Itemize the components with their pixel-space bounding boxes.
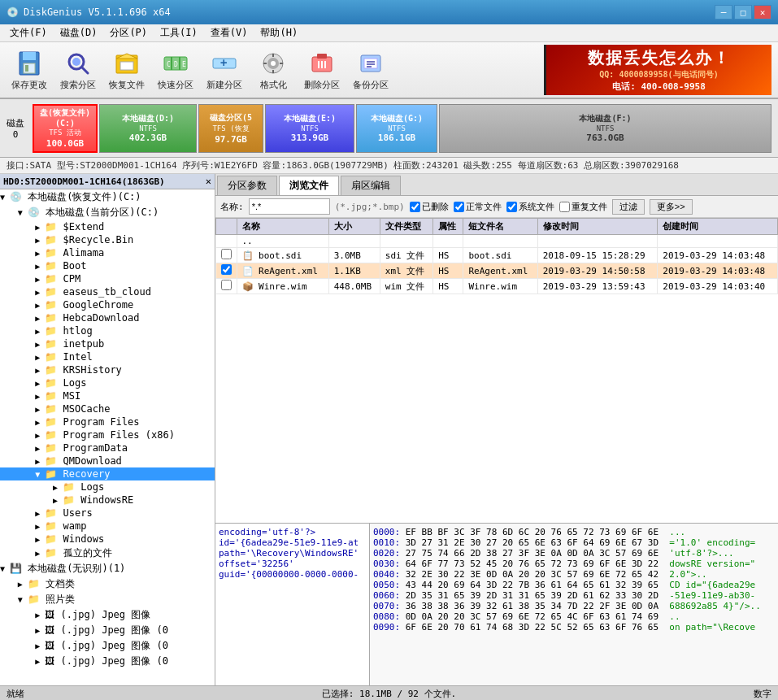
quick-partition-icon: CDE	[161, 50, 190, 78]
tree-item[interactable]: ▶📁 HebcaDownload	[0, 311, 215, 324]
tree-item[interactable]: ▶📁 KRSHistory	[0, 363, 215, 376]
quick-partition-button[interactable]: CDE 快速分区	[153, 46, 198, 94]
table-row[interactable]: ..	[216, 235, 778, 248]
tree-item[interactable]: ▶🖼 (.jpg) Jpeg 图像 (0	[0, 654, 215, 669]
tree-item[interactable]: ▶📁 inetpub	[0, 337, 215, 350]
col-size[interactable]: 大小	[328, 219, 380, 235]
tree-item[interactable]: ▶📁 Intel	[0, 350, 215, 363]
col-modified[interactable]: 修改时间	[537, 219, 658, 235]
partition-d-button[interactable]: 本地磁盘(D:) NTFS 402.3GB	[99, 104, 197, 153]
svg-rect-3	[25, 65, 28, 72]
menu-tools[interactable]: 工具(I)	[154, 24, 204, 41]
save-button[interactable]: 保存更改	[7, 46, 52, 94]
tree-item[interactable]: ▼💾 本地磁盘(无识别)(1)	[0, 561, 215, 576]
tree-item[interactable]: ▼💿 本地磁盘(当前分区)(C:)	[0, 205, 215, 220]
partition-c-button[interactable]: 盘(恢复文件)(C:) TFS 活动 100.0GB	[33, 104, 98, 153]
tab-sector-edit[interactable]: 扇区编辑	[341, 176, 401, 195]
menu-help[interactable]: 帮助(H)	[254, 24, 304, 41]
tab-partition-params[interactable]: 分区参数	[217, 176, 277, 195]
tree-item[interactable]: ▶📁 $Extend	[0, 220, 215, 233]
tree-item[interactable]: ▶📁 MSOCache	[0, 402, 215, 415]
backup-partition-button[interactable]: 备份分区	[348, 46, 393, 94]
tree-item[interactable]: ▶📁 Logs	[0, 480, 215, 493]
tree-item[interactable]: ▶📁 Users	[0, 507, 215, 520]
tree-item[interactable]: ▶🖼 (.jpg) Jpeg 图像 (0	[0, 623, 215, 638]
tree-item[interactable]: ▶📁 wamp	[0, 520, 215, 533]
tree-item[interactable]: ▶📁 MSI	[0, 389, 215, 402]
menu-disk[interactable]: 磁盘(D)	[54, 24, 104, 41]
tree-item[interactable]: ▶📁 Logs	[0, 376, 215, 389]
col-attr[interactable]: 属性	[433, 219, 463, 235]
window-title: DiskGenius V5.1.1.696 x64	[24, 7, 715, 18]
tree-item[interactable]: ▶📁 ProgramData	[0, 441, 215, 454]
tree-item[interactable]: ▼💿 本地磁盘(恢复文件)(C:)	[0, 189, 215, 205]
advert-qq: QQ: 4000089958(与电话同号)	[599, 69, 718, 80]
file-created: 2019-03-29 14:03:40	[658, 279, 778, 294]
hex-ascii: on path="\Recove	[669, 622, 755, 633]
recover-file-button[interactable]: 恢复文件	[104, 46, 150, 94]
partition-f-button[interactable]: 本地磁盘(F:) NTFS 763.0GB	[439, 104, 771, 153]
tree-close-button[interactable]: ✕	[206, 176, 211, 187]
filter-name-input[interactable]	[249, 198, 330, 215]
col-name[interactable]: 名称	[237, 219, 328, 235]
tree-item[interactable]: ▼📁 Recovery	[0, 467, 215, 480]
col-short[interactable]: 短文件名	[463, 219, 537, 235]
filter-deleted-check[interactable]: 已删除	[410, 201, 449, 213]
tree-item[interactable]: ▶📁 Alimama	[0, 246, 215, 259]
close-button[interactable]: ✕	[754, 5, 771, 20]
filter-button[interactable]: 过滤	[612, 199, 645, 215]
menu-partition[interactable]: 分区(P)	[103, 24, 154, 41]
tree-item[interactable]: ▼📁 照片类	[0, 592, 215, 607]
tree-item[interactable]: ▶🖼 (.jpg) Jpeg 图像	[0, 607, 215, 623]
format-button[interactable]: 格式化	[250, 46, 296, 94]
file-attr: HS	[433, 248, 463, 263]
minimize-button[interactable]: ─	[715, 5, 732, 20]
new-partition-button[interactable]: + 新建分区	[202, 46, 247, 94]
filter-system-check[interactable]: 系统文件	[506, 201, 554, 213]
tab-browse-files[interactable]: 浏览文件	[279, 176, 339, 195]
file-size: 1.1KB	[328, 263, 380, 279]
hex-row: 0010: 3D 27 31 2E 30 27 20 65 6E 63 6F 6…	[373, 537, 775, 548]
col-type[interactable]: 文件类型	[380, 219, 432, 235]
row-check[interactable]	[216, 248, 237, 263]
tree-item[interactable]: ▶📁 Program Files (x86)	[0, 428, 215, 441]
delete-partition-button[interactable]: 删除分区	[299, 46, 345, 94]
filter-duplicate-check[interactable]: 重复文件	[559, 201, 607, 213]
search-partition-label: 搜索分区	[60, 80, 96, 90]
tree-item[interactable]: ▶📁 Program Files	[0, 415, 215, 428]
menu-file[interactable]: 文件(F)	[3, 24, 54, 41]
tree-item[interactable]: ▶📁 htlog	[0, 324, 215, 337]
file-short	[463, 235, 537, 248]
tree-item[interactable]: ▶📁 QMDownload	[0, 454, 215, 467]
tree-item[interactable]: ▶📁 文档类	[0, 576, 215, 592]
file-table-body: .. 📋 boot.sdi 3.0MB sdi 文件 HS boot.sdi 2…	[216, 235, 778, 294]
tree-item[interactable]: ▶📁 Boot	[0, 259, 215, 272]
tree-item[interactable]: ▶📁 WindowsRE	[0, 493, 215, 507]
table-row[interactable]: 📦 Winre.wim 448.0MB wim 文件 HS Winre.wim …	[216, 279, 778, 294]
tree-item[interactable]: ▶📁 easeus_tb_cloud	[0, 285, 215, 298]
row-check[interactable]	[216, 279, 237, 294]
partition-c-label: 盘(恢复文件)(C:)	[37, 107, 93, 128]
more-button[interactable]: 更多>>	[650, 199, 693, 215]
file-name: ..	[237, 235, 328, 248]
partition-g-button[interactable]: 本地磁盘(G:) NTFS 186.1GB	[356, 104, 437, 153]
table-row[interactable]: 📄 ReAgent.xml 1.1KB xml 文件 HS ReAgent.xm…	[216, 263, 778, 279]
search-partition-button[interactable]: 搜索分区	[55, 46, 101, 94]
table-row[interactable]: 📋 boot.sdi 3.0MB sdi 文件 HS boot.sdi 2018…	[216, 248, 778, 263]
tree-item[interactable]: ▶📁 CPM	[0, 272, 215, 285]
tree-item[interactable]: ▶📁 $Recycle.Bin	[0, 233, 215, 246]
tree-item[interactable]: ▶📁 孤立的文件	[0, 546, 215, 561]
row-check[interactable]	[216, 263, 237, 279]
menu-view[interactable]: 查看(V)	[204, 24, 254, 41]
col-created[interactable]: 创建时间	[658, 219, 778, 235]
tree-item[interactable]: ▶📁 GoogleChrome	[0, 298, 215, 311]
filter-bar: 名称: (*.jpg;*.bmp) 已删除 正常文件 系统文件 重复文件 过滤 …	[215, 196, 778, 218]
tree-item[interactable]: ▶📁 Windows	[0, 533, 215, 546]
maximize-button[interactable]: □	[734, 5, 752, 20]
partition-e-button[interactable]: 本地磁盘(E:) NTFS 313.9GB	[265, 104, 354, 153]
hex-text-line: offset='32256'	[219, 559, 366, 569]
partition-recov-button[interactable]: 磁盘分区(5 TFS (恢复 97.7GB	[198, 104, 263, 153]
tree-panel: HD0:ST2000DM001-1CH164(1863GB) ✕ ▼💿 本地磁盘…	[0, 174, 215, 685]
filter-normal-check[interactable]: 正常文件	[454, 201, 502, 213]
tree-item[interactable]: ▶🖼 (.jpg) Jpeg 图像 (0	[0, 638, 215, 654]
